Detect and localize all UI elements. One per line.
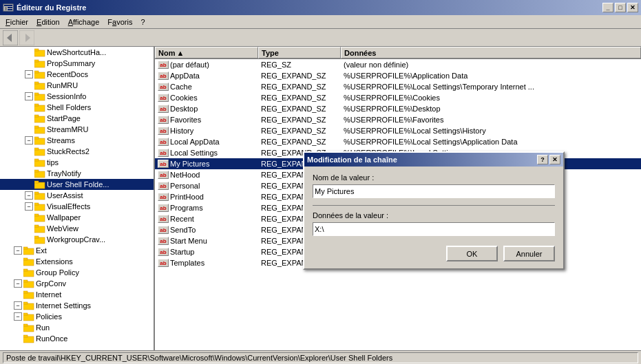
modal-body: Nom de la valeur : Données de la valeur …: [304, 167, 563, 268]
cancel-button[interactable]: Annuler: [503, 246, 555, 261]
modal-title-bar: Modification de la chaîne ? ✕: [304, 153, 563, 167]
modal-help-button[interactable]: ?: [537, 155, 548, 164]
field-name-input[interactable]: [313, 184, 555, 198]
field-data-label: Données de la valeur :: [313, 211, 555, 220]
field-name-label: Nom de la valeur :: [313, 173, 555, 182]
modal-dialog: Modification de la chaîne ? ✕ Nom de la …: [303, 151, 565, 270]
modal-close-button[interactable]: ✕: [549, 155, 560, 164]
modal-separator: [313, 205, 555, 206]
field-data-input[interactable]: [313, 222, 555, 236]
modal-title-buttons: ? ✕: [537, 155, 560, 164]
ok-button[interactable]: OK: [446, 246, 498, 261]
modal-overlay: Modification de la chaîne ? ✕ Nom de la …: [0, 0, 641, 364]
modal-buttons: OK Annuler: [313, 246, 555, 261]
modal-title: Modification de la chaîne: [307, 156, 397, 164]
